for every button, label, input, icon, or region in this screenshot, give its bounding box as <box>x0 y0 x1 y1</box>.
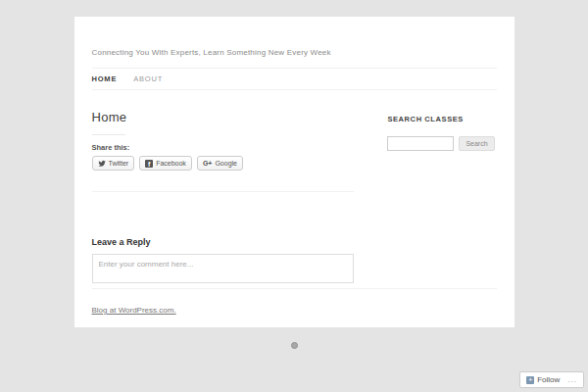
share-buttons-row: Twitter f Facebook G+ Google <box>92 156 355 171</box>
main-navigation: HOME ABOUT <box>92 68 497 90</box>
main-column: Home Share this: Twitter f Facebook G+ G… <box>92 110 355 287</box>
search-classes-heading: SEARCH CLASSES <box>387 115 496 123</box>
share-google-label: Google <box>215 159 237 168</box>
page-background: { "theme": { "page_bg": "#e4e4e4", "card… <box>0 0 588 392</box>
share-twitter-label: Twitter <box>109 159 129 168</box>
twitter-bird-icon <box>98 160 106 168</box>
footer-ornament-dot <box>291 342 298 349</box>
search-input[interactable] <box>387 136 454 151</box>
share-twitter-button[interactable]: Twitter <box>92 156 135 171</box>
share-this-label: Share this: <box>92 143 355 152</box>
follow-plus-icon: + <box>526 376 534 384</box>
content-area: Home Share this: Twitter f Facebook G+ G… <box>92 110 497 287</box>
search-widget: Search <box>387 136 496 151</box>
comment-input[interactable] <box>92 254 355 283</box>
follow-snackbar: + Follow ... <box>519 371 584 388</box>
post-divider <box>92 191 355 192</box>
site-footer: Blog at WordPress.com. <box>92 288 497 317</box>
wordpress-credit-link[interactable]: Blog at WordPress.com. <box>92 306 176 315</box>
share-google-button[interactable]: G+ Google <box>197 156 243 171</box>
sidebar: SEARCH CLASSES Search <box>387 110 496 287</box>
nav-item-home[interactable]: HOME <box>92 74 118 83</box>
leave-a-reply-heading: Leave a Reply <box>92 237 355 247</box>
site-tagline: Connecting You With Experts, Learn Somet… <box>92 17 497 57</box>
page-title: Home <box>92 110 355 124</box>
follow-button[interactable]: + Follow <box>526 375 560 384</box>
title-divider <box>92 134 125 135</box>
nav-item-about[interactable]: ABOUT <box>133 74 163 83</box>
share-facebook-label: Facebook <box>156 159 186 168</box>
follow-more-options-button[interactable]: ... <box>567 377 577 382</box>
share-facebook-button[interactable]: f Facebook <box>139 156 192 171</box>
facebook-f-icon: f <box>145 160 153 168</box>
follow-button-label: Follow <box>537 375 560 384</box>
google-plus-icon: G+ <box>203 159 213 168</box>
search-button[interactable]: Search <box>459 136 494 151</box>
site-card: Connecting You With Experts, Learn Somet… <box>74 17 514 327</box>
